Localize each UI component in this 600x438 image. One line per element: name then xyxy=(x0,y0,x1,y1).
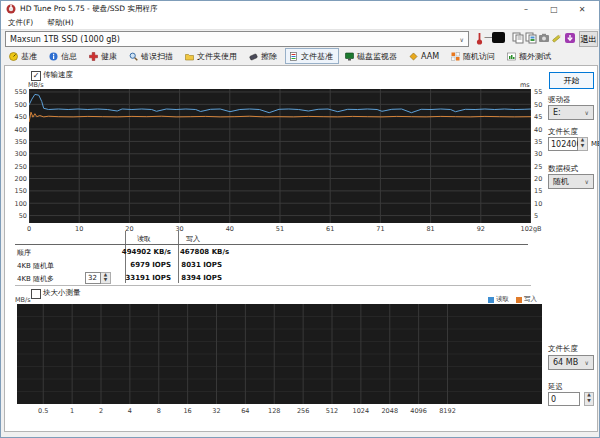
menu-bar: 文件(F) 帮助(H) xyxy=(1,17,599,30)
tab-health[interactable]: 健康 xyxy=(85,48,123,64)
maximize-button[interactable]: □ xyxy=(542,2,566,17)
y-axis-tick-right: 25 xyxy=(534,163,542,171)
copy-text-icon[interactable] xyxy=(511,31,524,45)
latency-value[interactable]: 0 xyxy=(548,392,580,406)
tab-label: 随机访问 xyxy=(463,51,495,62)
app-window: HD Tune Pro 5.75 - 硬盘/SSD 实用程序 – □ ✕ 文件(… xyxy=(0,0,600,438)
menu-help[interactable]: 帮助(H) xyxy=(47,18,74,28)
error-scan-icon xyxy=(129,52,138,61)
tab-label: 擦除 xyxy=(261,51,277,62)
close-button[interactable]: ✕ xyxy=(570,2,594,17)
tab-benchmark[interactable]: 基准 xyxy=(5,48,43,64)
folder-usage-icon xyxy=(185,52,194,61)
y-axis-tick-left: 400 xyxy=(3,126,27,134)
start-button[interactable]: 开始 xyxy=(549,72,594,89)
y-axis-tick-left: 250 xyxy=(3,163,27,171)
legend-item: 写入 xyxy=(516,295,537,304)
aam-icon xyxy=(409,52,418,61)
file-benchmark-icon xyxy=(289,52,298,61)
write-value: 8394 IOPS xyxy=(180,274,222,282)
drive-select[interactable]: E: xyxy=(548,105,594,120)
x-axis-tick: 20 xyxy=(109,225,149,233)
legend-label: 写入 xyxy=(524,295,537,304)
transfer-speed-label: 传输速度 xyxy=(43,70,73,80)
tab-label: 额外测试 xyxy=(519,51,551,62)
latency-stepper[interactable]: 0 xyxy=(548,392,594,406)
health-icon xyxy=(89,52,98,61)
drive-select-value: E: xyxy=(553,108,561,117)
tab-random-access[interactable]: 随机访问 xyxy=(447,48,501,64)
disk-monitor-icon xyxy=(345,52,354,61)
block-size-label: 块大小测量 xyxy=(43,288,81,298)
y-axis-tick-right: 20 xyxy=(534,175,542,183)
read-column-header: 读取 xyxy=(137,234,151,244)
toolbar-tabs: 基准信息健康错误扫描文件夹使用擦除文件基准磁盘监视器AAM随机访问额外测试 xyxy=(5,48,595,64)
data-pattern-select[interactable]: 随机 xyxy=(548,174,594,189)
x-axis-tick: 51 xyxy=(260,225,300,233)
device-select-value: Maxsun 1TB SSD (1000 gB) xyxy=(10,35,120,44)
stepper-arrows-icon[interactable] xyxy=(578,137,588,151)
stepper-arrows-icon[interactable] xyxy=(584,392,594,406)
x-axis-tick: 256 xyxy=(288,407,318,415)
block-size-checkbox[interactable] xyxy=(31,289,41,299)
y-axis-tick-right: 55 xyxy=(534,88,542,96)
download-icon[interactable] xyxy=(563,31,576,45)
data-pattern-value: 随机 xyxy=(553,176,569,187)
camera-icon[interactable] xyxy=(537,31,550,45)
erase-icon xyxy=(249,52,258,61)
y-axis-tick-right: 40 xyxy=(534,126,542,134)
chevron-down-icon xyxy=(585,359,589,366)
tab-erase[interactable]: 擦除 xyxy=(245,48,283,64)
blocksize-y-unit: MB/s xyxy=(15,296,31,304)
window-title: HD Tune Pro 5.75 - 硬盘/SSD 实用程序 xyxy=(20,4,510,14)
tab-disk-monitor[interactable]: 磁盘监视器 xyxy=(341,48,403,64)
y-axis-tick-left: 500 xyxy=(3,101,27,109)
extra-tests-icon xyxy=(507,52,516,61)
transfer-speed-checkbox[interactable]: ✓ xyxy=(31,71,41,81)
tab-label: 文件基准 xyxy=(301,51,333,62)
device-select[interactable]: Maxsun 1TB SSD (1000 gB) xyxy=(5,31,469,47)
x-axis-tick: 2048 xyxy=(375,407,405,415)
x-axis-tick: 0.5 xyxy=(28,407,58,415)
legend-label: 读取 xyxy=(496,295,509,304)
y-axis-unit-right: ms xyxy=(520,81,530,89)
tab-folder-usage[interactable]: 文件夹使用 xyxy=(181,48,243,64)
x-axis-tick: 1024 xyxy=(346,407,376,415)
drive-label: 驱动器 xyxy=(548,95,571,105)
app-icon xyxy=(6,4,16,14)
x-axis-tick: 10 xyxy=(59,225,99,233)
x-axis-tick: 102gB xyxy=(511,225,551,233)
tab-error-scan[interactable]: 错误扫描 xyxy=(125,48,179,64)
y-axis-tick-right: 10 xyxy=(534,200,542,208)
transfer-speed-plot xyxy=(29,89,531,223)
section-divider xyxy=(15,285,531,286)
blocksize-file-length-label: 文件长度 xyxy=(548,344,578,354)
tab-file-benchmark[interactable]: 文件基准 xyxy=(285,48,339,64)
copy-image-icon[interactable] xyxy=(524,31,537,45)
y-axis-tick-left: 450 xyxy=(3,113,27,121)
write-value: 8031 IOPS xyxy=(180,261,222,269)
exit-button[interactable]: 退出 xyxy=(579,31,598,47)
file-length-stepper[interactable]: 102400 xyxy=(548,137,588,151)
x-axis-tick: 40 xyxy=(210,225,250,233)
x-axis-tick: 71 xyxy=(360,225,400,233)
tab-label: 磁盘监视器 xyxy=(357,51,397,62)
tab-info[interactable]: 信息 xyxy=(45,48,83,64)
tab-aam[interactable]: AAM xyxy=(405,48,445,64)
file-length-value[interactable]: 102400 xyxy=(548,137,578,151)
y-axis-tick-right: 30 xyxy=(534,150,542,158)
data-pattern-label: 数据模式 xyxy=(548,164,578,174)
y-axis-tick-left: 300 xyxy=(3,150,27,158)
y-axis-tick-left: 550 xyxy=(3,88,27,96)
blocksize-file-length-select[interactable]: 64 MB xyxy=(548,355,594,370)
benchmark-icon xyxy=(9,52,18,61)
tab-extra-tests[interactable]: 额外测试 xyxy=(503,48,557,64)
read-value: 33191 IOPS xyxy=(93,274,171,282)
chevron-down-icon xyxy=(585,178,589,185)
save-screenshot-icon[interactable] xyxy=(550,31,563,45)
row-label: 4KB 随机多 xyxy=(17,274,54,284)
x-axis-tick: 128 xyxy=(259,407,289,415)
menu-file[interactable]: 文件(F) xyxy=(8,18,33,28)
minimize-button[interactable]: – xyxy=(514,2,538,17)
title-bar: HD Tune Pro 5.75 - 硬盘/SSD 实用程序 – □ ✕ xyxy=(1,1,599,17)
